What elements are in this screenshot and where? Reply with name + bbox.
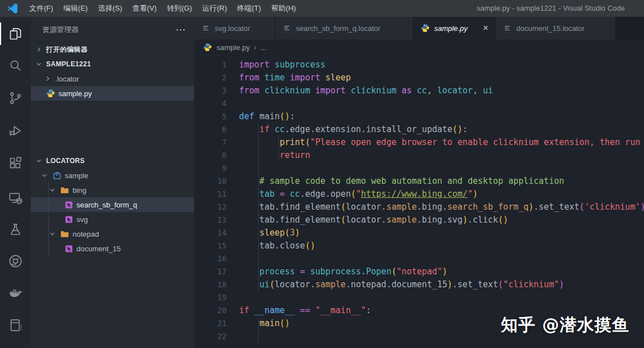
code-line[interactable]: 19 bbox=[194, 291, 644, 304]
notebook-icon[interactable] bbox=[0, 311, 31, 338]
code-area[interactable]: 1import subprocess2from time import slee… bbox=[194, 55, 644, 348]
tab-bar: svg.locatorsearch_sb_form_q.locatorsampl… bbox=[194, 17, 644, 39]
code-line[interactable]: 6 if cc.edge.extension.install_or_update… bbox=[194, 123, 644, 136]
extensions-icon[interactable] bbox=[0, 150, 31, 177]
chevron-right-icon[interactable] bbox=[43, 75, 52, 82]
code-line[interactable]: 17 process = subprocess.Popen("notepad") bbox=[194, 265, 644, 278]
menu-item[interactable]: 查看(V) bbox=[127, 2, 161, 15]
code-line[interactable]: 4 bbox=[194, 97, 644, 110]
tree-item--[interactable]: 打开的编辑器 bbox=[31, 42, 194, 57]
tab-document-15-locator[interactable]: document_15.locator bbox=[496, 17, 616, 39]
search-icon[interactable] bbox=[0, 52, 31, 79]
more-actions-icon[interactable]: ⋯ bbox=[175, 27, 186, 33]
chevron-down-icon[interactable] bbox=[40, 172, 49, 179]
python-icon bbox=[46, 89, 56, 98]
tree-item-sample[interactable]: sample bbox=[31, 168, 194, 183]
code-line[interactable]: 18 ui(locator.sample.notepad.document_15… bbox=[194, 278, 644, 291]
line-number: 15 bbox=[194, 239, 227, 252]
chevron-down-icon[interactable] bbox=[34, 61, 43, 67]
breadcrumb-file[interactable]: sample.py bbox=[217, 43, 250, 52]
editor-group: svg.locatorsearch_sb_form_q.locatorsampl… bbox=[194, 17, 644, 348]
code-line[interactable]: 5def main(): bbox=[194, 110, 644, 123]
test-flask-icon[interactable] bbox=[0, 216, 31, 243]
line-number: 18 bbox=[194, 278, 227, 291]
line-number: 19 bbox=[194, 291, 227, 304]
tree-item-bing[interactable]: bing bbox=[31, 183, 194, 197]
tree-item--locator[interactable]: .locator bbox=[31, 71, 194, 86]
code-line[interactable]: 1import subprocess bbox=[194, 58, 644, 71]
code-line[interactable]: 3from clicknium import clicknium as cc, … bbox=[194, 84, 644, 97]
menu-item[interactable]: 帮助(H) bbox=[266, 2, 301, 15]
code-text: import subprocess bbox=[239, 58, 326, 71]
indent-guide bbox=[258, 330, 259, 343]
code-text: tab.find_element(locator.sample.bing.sea… bbox=[239, 201, 644, 214]
chevron-down-icon[interactable] bbox=[34, 157, 43, 164]
code-line[interactable]: 12 tab.find_element(locator.sample.bing.… bbox=[194, 201, 644, 214]
indent-guide bbox=[258, 162, 259, 175]
chevron-down-icon[interactable] bbox=[48, 231, 57, 237]
code-line[interactable]: 10 # sample code to demo web automation … bbox=[194, 175, 644, 188]
tree-item-document-15[interactable]: document_15 bbox=[31, 241, 194, 256]
folder-icon bbox=[60, 229, 70, 238]
code-text: def main(): bbox=[239, 110, 295, 123]
menu-item[interactable]: 转到(G) bbox=[162, 2, 197, 15]
tree-item-sample1221[interactable]: SAMPLE1221 bbox=[31, 57, 194, 71]
code-line[interactable]: 7 print("Please open edge browser to ena… bbox=[194, 136, 644, 149]
run-debug-icon[interactable] bbox=[0, 117, 31, 144]
list-icon bbox=[282, 24, 292, 32]
tab-svg-locator[interactable]: svg.locator bbox=[194, 17, 275, 39]
docker-icon[interactable] bbox=[0, 279, 31, 306]
chevron-down-icon[interactable] bbox=[48, 187, 57, 193]
list-icon bbox=[201, 24, 211, 32]
breadcrumb-ellipsis[interactable]: ... bbox=[260, 43, 267, 52]
chevron-right-icon[interactable] bbox=[34, 46, 43, 53]
code-line[interactable]: 16 bbox=[194, 252, 644, 265]
code-text: process = subprocess.Popen("notepad") bbox=[239, 265, 447, 278]
tree-item-search-sb-form-q[interactable]: search_sb_form_q bbox=[31, 197, 194, 212]
line-number: 12 bbox=[194, 201, 227, 214]
code-line[interactable]: 11 tab = cc.edge.open("https://www.bing.… bbox=[194, 188, 644, 201]
tree-item-svg[interactable]: svg bbox=[31, 212, 194, 227]
explorer-files-icon[interactable] bbox=[0, 20, 31, 47]
menu-item[interactable]: 编辑(E) bbox=[58, 2, 93, 15]
menu-item[interactable]: 终端(T) bbox=[232, 2, 266, 15]
line-number: 2 bbox=[194, 71, 227, 84]
section-header[interactable]: LOCATORS bbox=[31, 153, 194, 168]
tree-item-notepad[interactable]: notepad bbox=[31, 227, 194, 241]
source-control-icon[interactable] bbox=[0, 84, 31, 111]
title-bar: 文件(F)编辑(E)选择(S)查看(V)转到(G)运行(R)终端(T)帮助(H)… bbox=[0, 0, 644, 17]
menu-bar: 文件(F)编辑(E)选择(S)查看(V)转到(G)运行(R)终端(T)帮助(H) bbox=[24, 2, 301, 15]
python-icon bbox=[420, 24, 430, 33]
menu-item[interactable]: 运行(R) bbox=[197, 2, 232, 15]
line-number: 22 bbox=[194, 330, 227, 343]
remote-explorer-icon[interactable] bbox=[0, 184, 31, 211]
line-number: 7 bbox=[194, 136, 227, 149]
code-line[interactable]: 15 tab.close() bbox=[194, 239, 644, 252]
code-line[interactable]: 13 tab.find_element(locator.sample.bing.… bbox=[194, 214, 644, 227]
tab-sample-py[interactable]: sample.py× bbox=[413, 17, 496, 39]
code-line[interactable]: 2from time import sleep bbox=[194, 71, 644, 84]
code-text: return bbox=[239, 149, 310, 162]
watermark: 知乎 @潜水摸鱼 bbox=[501, 314, 629, 337]
tree-item-label: LOCATORS bbox=[46, 157, 85, 165]
menu-item[interactable]: 选择(S) bbox=[93, 2, 127, 15]
activity-bar bbox=[0, 17, 31, 348]
sidebar-title: 资源管理器 bbox=[42, 25, 79, 35]
close-icon[interactable]: × bbox=[482, 23, 489, 33]
line-number: 11 bbox=[194, 188, 227, 201]
code-line[interactable]: 9 bbox=[194, 162, 644, 175]
code-text: if __name__ == "__main__": bbox=[239, 304, 371, 317]
tree-item-sample-py[interactable]: sample.py bbox=[31, 86, 194, 101]
tab-search-sb-form-q-locator[interactable]: search_sb_form_q.locator bbox=[275, 17, 413, 39]
code-text: main() bbox=[239, 317, 290, 330]
code-line[interactable]: 8 return bbox=[194, 149, 644, 162]
window-title: sample.py - sample1221 - Visual Studio C… bbox=[476, 4, 625, 12]
line-number: 3 bbox=[194, 84, 227, 97]
tree-item-label: bing bbox=[73, 186, 87, 195]
code-line[interactable]: 14 sleep(3) bbox=[194, 227, 644, 239]
line-number: 9 bbox=[194, 162, 227, 175]
menu-item[interactable]: 文件(F) bbox=[24, 2, 58, 15]
code-text: tab = cc.edge.open("https://www.bing.com… bbox=[239, 188, 478, 201]
code-text: # sample code to demo web automation and… bbox=[239, 175, 564, 188]
github-icon[interactable] bbox=[0, 247, 31, 274]
